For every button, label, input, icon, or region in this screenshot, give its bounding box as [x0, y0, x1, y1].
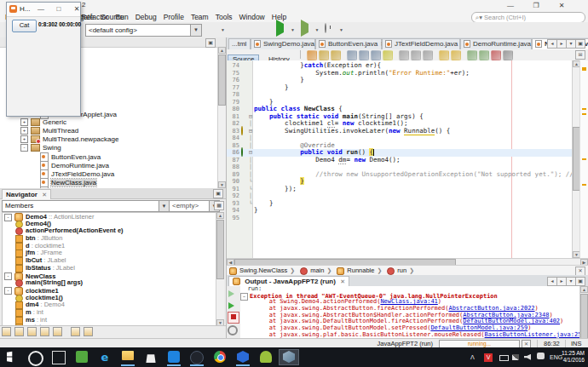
- minimize-button[interactable]: —: [35, 3, 47, 14]
- sort-by-source-icon[interactable]: [84, 327, 93, 336]
- antivirus-tray-icon[interactable]: V: [484, 353, 493, 362]
- fold-icon[interactable]: ⊟: [247, 149, 254, 157]
- code-line-95[interactable]: 95: [227, 215, 588, 222]
- code-line-91[interactable]: 91└ });: [227, 186, 588, 193]
- close-button[interactable]: ✕: [552, 0, 571, 11]
- editor-tab-buttoneven-java[interactable]: ButtonEven.java✕: [315, 38, 382, 49]
- rerun-with-args-button[interactable]: [228, 300, 238, 310]
- netbeans-icon[interactable]: [280, 350, 298, 364]
- scroll-up-icon[interactable]: ▲: [216, 212, 224, 219]
- previous-bookmark-icon[interactable]: [399, 50, 409, 60]
- run-macro-icon[interactable]: [491, 50, 501, 60]
- breadcrumb-item-main[interactable]: main: [300, 267, 324, 274]
- chrome-icon[interactable]: [210, 350, 229, 364]
- sort-alpha-icon[interactable]: [71, 327, 80, 336]
- scroll-down-icon[interactable]: ▼: [218, 181, 226, 188]
- clock[interactable]: 11:25 AM 4/1/2016: [562, 350, 585, 364]
- store-icon[interactable]: [141, 350, 160, 364]
- tree-item-multithread[interactable]: +MultiThread: [2, 127, 216, 135]
- code-line-87[interactable]: 87│ Demo4 dm= new Demo4();: [227, 157, 588, 164]
- menu-debug[interactable]: Debug: [132, 12, 160, 22]
- blue-cube-app-icon[interactable]: [233, 350, 252, 364]
- output-settings-button[interactable]: [228, 325, 238, 335]
- fold-icon[interactable]: │: [247, 163, 254, 171]
- minimize-button[interactable]: —: [501, 0, 520, 11]
- fold-icon[interactable]: │: [247, 120, 254, 128]
- language-indicator[interactable]: ENG: [550, 347, 562, 367]
- tree-item-demoruntime-java[interactable]: DemoRuntime.java: [2, 161, 216, 169]
- menu-refactor[interactable]: Refactor: [78, 12, 112, 22]
- floating-app-window[interactable]: H... — □ ✕ Cat 0:8:302 00:00:00: [6, 2, 81, 117]
- editor-tab-demoruntime-java[interactable]: DemoRuntime.java✕: [460, 38, 532, 49]
- previous-usage-icon[interactable]: [451, 50, 461, 60]
- edge-icon[interactable]: e: [95, 350, 114, 364]
- code-line-78[interactable]: 78: [227, 91, 588, 99]
- navigator-settings-icon[interactable]: ▦: [214, 201, 224, 210]
- show-public-only-icon[interactable]: [40, 327, 49, 336]
- find-selection-icon[interactable]: [347, 50, 357, 60]
- breadcrumb-item-swing-newclass[interactable]: Swing.NewClass: [229, 267, 287, 274]
- scroll-up-icon[interactable]: ▲: [580, 286, 588, 293]
- editor-tab-swingdemo-java[interactable]: SwingDemo.java✕: [251, 38, 315, 49]
- override-glyph-icon[interactable]: [241, 147, 243, 157]
- fold-icon[interactable]: ⊟: [247, 128, 254, 135]
- tree-item-jtextfielddemo-java[interactable]: JTextFieldDemo.java: [2, 169, 216, 178]
- network-icon[interactable]: [510, 353, 521, 367]
- menu-window[interactable]: Window: [236, 12, 268, 22]
- maximize-button[interactable]: ❐: [527, 0, 545, 11]
- comment-icon[interactable]: [467, 50, 477, 60]
- collapse-icon[interactable]: -: [20, 144, 28, 152]
- config-select[interactable]: ▼ <default config>: [85, 24, 202, 37]
- show-non-public-icon[interactable]: [53, 327, 62, 336]
- debug-button[interactable]: [301, 24, 314, 36]
- menu-team[interactable]: Team: [187, 12, 212, 22]
- menu-run[interactable]: Run: [112, 12, 132, 22]
- error-stripe[interactable]: [579, 60, 588, 258]
- start-macro-icon[interactable]: [503, 50, 513, 60]
- close-button[interactable]: ✕: [71, 3, 83, 14]
- show-inherited-icon[interactable]: [2, 327, 11, 336]
- battery-icon[interactable]: [498, 354, 510, 367]
- navigator-scrollbar[interactable]: ▲ ▼: [216, 212, 224, 326]
- tree-item-multithread-newpackage[interactable]: +MultiThread.newpackage: [2, 135, 216, 144]
- editor-tab-jtextfielddemo-java[interactable]: JTextFieldDemo.java✕: [382, 38, 460, 49]
- tray-chevron-icon[interactable]: ᐱ: [470, 347, 475, 367]
- stacktrace-link[interactable]: BasicButtonListener.java:252: [485, 331, 580, 338]
- maximize-button[interactable]: □: [53, 3, 65, 14]
- fold-icon[interactable]: │: [247, 192, 254, 200]
- members-select[interactable]: ▼ Members: [2, 200, 170, 212]
- clean-build-button[interactable]: [249, 24, 262, 36]
- android-app-icon[interactable]: [257, 350, 275, 364]
- fold-icon[interactable]: ⊟: [247, 113, 254, 121]
- fold-icon[interactable]: │: [247, 171, 254, 179]
- tree-item-buttoneven-java[interactable]: ButtonEven.java: [2, 152, 216, 161]
- menu-profile[interactable]: Profile: [160, 12, 187, 22]
- uncomment-icon[interactable]: [479, 50, 489, 60]
- volume-icon[interactable]: [522, 353, 533, 367]
- forward-icon[interactable]: [331, 50, 341, 60]
- build-button[interactable]: [231, 24, 244, 36]
- expand-icon[interactable]: +: [20, 118, 28, 126]
- code-editor[interactable]: 74 }catch(Exception er){75 System.out.pr…: [227, 60, 588, 258]
- maximize-editor-icon[interactable]: ▣: [575, 39, 585, 49]
- float-window-icon[interactable]: ▣: [213, 189, 223, 198]
- editor-tab--tml[interactable]: ...tml: [228, 38, 251, 49]
- task-view-icon[interactable]: [49, 350, 68, 364]
- blue-messenger-icon[interactable]: [164, 350, 183, 364]
- file-explorer-icon[interactable]: [118, 350, 137, 364]
- warning-glyph-icon[interactable]: [241, 126, 243, 135]
- close-icon[interactable]: ✕: [340, 278, 345, 284]
- code-line-92[interactable]: 92│: [227, 192, 588, 200]
- output-line[interactable]: run:: [240, 286, 580, 293]
- chat-tray-icon[interactable]: [535, 353, 546, 367]
- show-fields-icon[interactable]: [14, 327, 24, 336]
- fold-icon[interactable]: └: [247, 186, 254, 193]
- tab-navigator[interactable]: Navigator ✕: [2, 189, 51, 199]
- cortana-icon[interactable]: [26, 350, 45, 364]
- expand-icon[interactable]: +: [20, 127, 28, 135]
- find-previous-icon[interactable]: [371, 50, 381, 60]
- toggle-bookmark-icon[interactable]: [423, 50, 433, 60]
- close-icon[interactable]: ✕: [42, 192, 47, 198]
- projects-scrollbar[interactable]: ▲ ▼: [217, 47, 226, 188]
- breadcrumb-item-run[interactable]: run: [387, 267, 406, 274]
